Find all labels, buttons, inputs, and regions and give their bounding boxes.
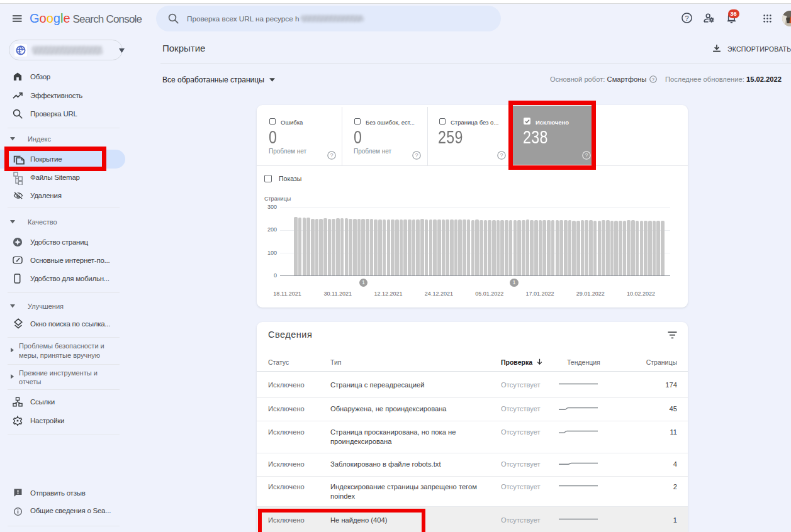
svg-text:?: ?	[330, 152, 333, 158]
svg-text:?: ?	[652, 76, 655, 82]
svg-text:?: ?	[500, 152, 503, 158]
svg-text:?: ?	[415, 152, 418, 158]
svg-text:?: ?	[685, 14, 688, 22]
